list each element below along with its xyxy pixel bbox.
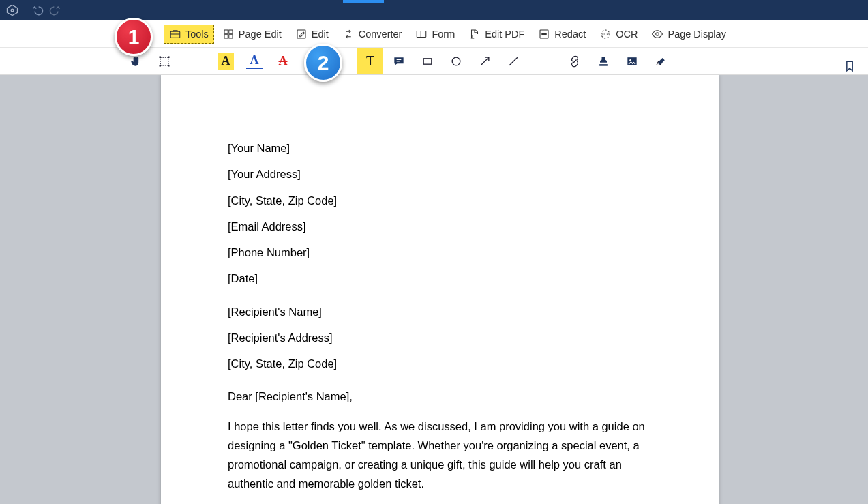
sender-address: [Your Address] [228, 166, 652, 181]
svg-rect-17 [160, 65, 162, 67]
svg-rect-3 [224, 30, 228, 33]
svg-rect-8 [417, 31, 427, 37]
body-paragraph-1: I hope this letter finds you well. As we… [228, 417, 652, 493]
tab-edit-pdf-label: Edit PDF [485, 29, 524, 40]
highlight-icon: A [218, 53, 234, 70]
titlebar-active-tab-accent [343, 0, 384, 3]
salutation: Dear [Recipient's Name], [228, 389, 652, 404]
svg-text:OCR: OCR [602, 33, 610, 36]
svg-rect-6 [229, 34, 233, 38]
sender-name: [Your Name] [228, 140, 652, 155]
undo-icon[interactable] [31, 3, 44, 17]
underline-text-button[interactable]: A [241, 48, 267, 74]
tab-redact-label: Redact [554, 29, 586, 40]
sender-email: [Email Address] [228, 219, 652, 234]
document-viewport[interactable]: [Your Name] [Your Address] [City, State,… [0, 75, 868, 504]
callout-badge-1: 1 [115, 18, 153, 56]
tab-ocr[interactable]: OCR OCR [594, 25, 643, 44]
svg-rect-4 [229, 30, 233, 33]
sender-phone: [Phone Number] [228, 245, 652, 260]
ellipse-tool-button[interactable] [443, 48, 469, 74]
highlight-text-button[interactable]: A [213, 48, 239, 74]
tab-page-display-label: Page Display [668, 29, 725, 40]
recipient-city: [City, State, Zip Code] [228, 356, 652, 371]
typewriter-tool-button[interactable]: T [357, 48, 383, 74]
svg-point-20 [452, 57, 460, 65]
tab-redact[interactable]: Redact [533, 25, 591, 44]
typewriter-icon: T [362, 53, 378, 70]
svg-rect-15 [160, 56, 162, 58]
line-tool-button[interactable] [500, 48, 526, 74]
sign-tool-button[interactable] [648, 48, 674, 74]
stamp-tool-button[interactable] [590, 48, 616, 74]
strikethrough-text-button[interactable]: A [270, 48, 296, 74]
recipient-name: [Recipient's Name] [228, 304, 652, 319]
svg-point-1 [11, 9, 14, 12]
select-tool-button[interactable] [151, 48, 177, 74]
strikethrough-icon: A [275, 53, 291, 70]
tab-form[interactable]: Form [410, 25, 460, 44]
svg-rect-21 [599, 64, 608, 66]
tab-converter[interactable]: Converter [337, 25, 408, 44]
link-tool-button[interactable] [562, 48, 588, 74]
tab-tools[interactable]: Tools [164, 25, 214, 44]
svg-rect-5 [224, 34, 228, 38]
tab-tools-label: Tools [185, 29, 209, 40]
arrow-tool-button[interactable] [472, 48, 498, 74]
tab-form-label: Form [432, 29, 455, 40]
svg-rect-16 [168, 56, 170, 58]
tab-edit[interactable]: Edit [290, 25, 334, 44]
svg-rect-2 [170, 31, 180, 38]
sender-date: [Date] [228, 271, 652, 286]
image-tool-button[interactable] [619, 48, 645, 74]
titlebar-divider [25, 5, 25, 16]
svg-rect-10 [542, 33, 548, 35]
tab-edit-pdf[interactable]: Edit PDF [463, 25, 530, 44]
tab-page-display[interactable]: Page Display [646, 25, 731, 44]
svg-point-13 [656, 32, 659, 35]
underline-icon: A [246, 54, 263, 69]
callout-badge-2: 2 [304, 44, 342, 82]
tab-page-edit[interactable]: Page Edit [217, 25, 287, 44]
tab-converter-label: Converter [359, 29, 402, 40]
tab-page-edit-label: Page Edit [239, 29, 282, 40]
pdf-page[interactable]: [Your Name] [Your Address] [City, State,… [161, 75, 719, 504]
note-comment-button[interactable] [386, 48, 412, 74]
recipient-address: [Recipient's Address] [228, 330, 652, 345]
rectangle-tool-button[interactable] [415, 48, 440, 74]
tab-ocr-label: OCR [616, 29, 638, 40]
tab-edit-label: Edit [312, 29, 329, 40]
redo-icon[interactable] [48, 3, 62, 17]
svg-point-23 [629, 59, 631, 61]
svg-rect-14 [160, 57, 168, 65]
sender-city: [City, State, Zip Code] [228, 193, 652, 208]
svg-rect-19 [423, 58, 432, 63]
svg-rect-18 [168, 65, 170, 67]
